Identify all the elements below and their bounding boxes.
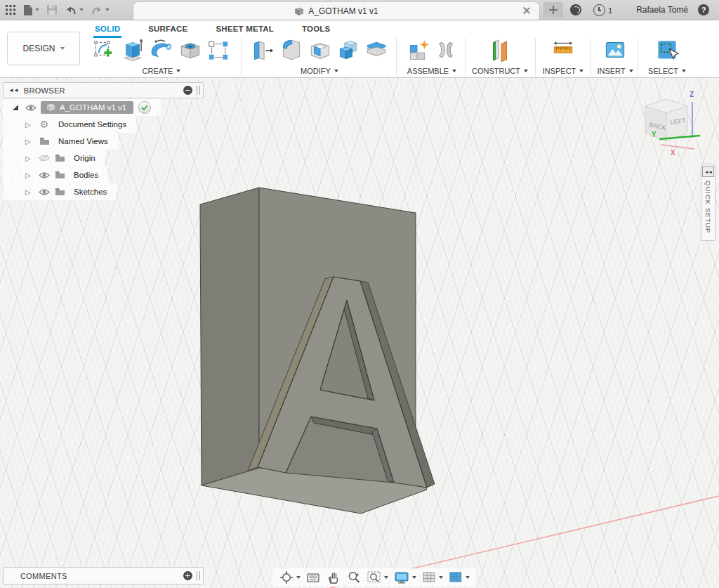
expand-closed-icon[interactable] [25, 155, 32, 162]
shell-icon[interactable] [307, 37, 334, 65]
select-icon[interactable] [654, 37, 680, 65]
modify-caret-icon [334, 70, 338, 72]
split-body-icon[interactable] [363, 37, 390, 65]
insert-canvas-icon[interactable] [602, 37, 628, 65]
grid-display-caret-icon[interactable] [439, 576, 443, 579]
new-component-icon[interactable] [405, 37, 432, 65]
pan-hand-icon [326, 570, 341, 585]
display-settings-button[interactable] [393, 570, 416, 585]
user-name[interactable]: Rafaela Tomé [636, 5, 688, 15]
view-cube[interactable]: BACK LEFT Z Y X [634, 88, 707, 161]
modify-dropdown[interactable]: MODIFY [244, 67, 395, 75]
assemble-dropdown[interactable]: ASSEMBLE [400, 67, 463, 75]
create-sketch-icon[interactable] [91, 37, 118, 65]
create-caret-icon [176, 70, 180, 72]
display-settings-caret-icon[interactable] [412, 576, 416, 579]
inspect-dropdown[interactable]: INSPECT [539, 67, 587, 75]
comments-bar[interactable]: COMMENTS [3, 567, 204, 584]
tree-row-origin[interactable]: Origin [3, 150, 105, 166]
help-icon[interactable] [698, 4, 709, 15]
fillet-icon[interactable] [277, 37, 305, 65]
create-dropdown[interactable]: CREATE [84, 67, 239, 75]
model-body-a-gotham[interactable] [200, 188, 435, 514]
visibility-eye-icon[interactable] [24, 104, 38, 112]
expand-closed-icon[interactable] [25, 171, 32, 179]
combine-icon[interactable] [335, 37, 362, 65]
app-grid-icon[interactable] [6, 5, 15, 15]
browser-tree: A_GOTHAM v1 v1 Document Settings Named V… [3, 99, 161, 200]
model-left-face[interactable] [200, 188, 259, 485]
workspace-caret-icon [60, 47, 65, 50]
zoom-window-button[interactable] [367, 570, 388, 585]
pattern-icon[interactable] [205, 37, 232, 65]
toolbar-separator [535, 38, 536, 79]
zoom-icon [346, 570, 362, 585]
measure-icon[interactable] [550, 37, 576, 65]
group-inspect: INSPECT [539, 35, 587, 75]
browser-panel-header[interactable]: BROWSER [3, 82, 204, 98]
hole-icon[interactable] [177, 37, 204, 65]
quick-setup-tab[interactable]: QUICK SETUP [701, 164, 715, 241]
expand-open-icon[interactable] [13, 105, 18, 110]
undo-caret-icon[interactable] [79, 8, 84, 11]
tree-row-bodies[interactable]: Bodies [3, 166, 108, 183]
tree-row-named-views[interactable]: Named Views [3, 133, 118, 150]
browser-minimize-icon[interactable] [183, 86, 192, 95]
tree-row-document-settings[interactable]: Document Settings [3, 116, 136, 133]
document-tab[interactable]: A_GOTHAM v1 v1 [133, 2, 539, 20]
construct-dropdown[interactable]: CONSTRUCT [469, 67, 531, 75]
y-axis-label: Y [652, 131, 657, 138]
gear-icon [40, 119, 49, 129]
toolbar-separator [396, 38, 397, 79]
redo-caret-icon[interactable] [105, 8, 110, 11]
grid-display-button[interactable] [421, 570, 443, 585]
pan-button[interactable] [326, 570, 341, 585]
insert-dropdown[interactable]: INSERT [594, 67, 636, 75]
workspace-label: DESIGN [22, 44, 55, 53]
viewport-canvas[interactable]: BACK LEFT Z Y X BROWSER A_GOTHAM v1 v1 [0, 77, 719, 588]
undo-button[interactable] [65, 5, 84, 15]
tree-row-sketches[interactable]: Sketches [3, 183, 117, 200]
expand-closed-icon[interactable] [25, 138, 32, 145]
orbit-button[interactable] [279, 570, 301, 585]
file-menu-button[interactable] [22, 4, 39, 16]
extensions-icon[interactable] [570, 4, 581, 15]
zoom-button[interactable] [346, 570, 362, 585]
viewports-caret-icon[interactable] [466, 576, 470, 579]
joint-icon[interactable] [433, 37, 459, 65]
tab-close-icon[interactable] [522, 6, 531, 15]
new-tab-button[interactable] [543, 2, 563, 18]
select-dropdown[interactable]: SELECT [642, 67, 692, 75]
job-status-button[interactable]: 1 [593, 4, 612, 16]
add-comment-icon[interactable] [183, 571, 192, 580]
tree-row-root[interactable]: A_GOTHAM v1 v1 [3, 99, 161, 116]
x-axis-tick-line [661, 145, 694, 149]
visibility-eye-icon[interactable] [37, 188, 51, 196]
redo-button[interactable] [91, 5, 110, 15]
browser-collapse-icon[interactable] [8, 87, 18, 93]
zoom-window-caret-icon[interactable] [384, 576, 388, 579]
extrude-icon[interactable] [119, 37, 146, 65]
quick-setup-collapse-icon[interactable] [702, 166, 714, 177]
toolbar-separator [590, 38, 591, 79]
comments-drag-handle-icon[interactable] [197, 571, 200, 580]
document-cube-icon [294, 6, 304, 16]
press-pull-icon[interactable] [249, 37, 276, 65]
expand-closed-icon[interactable] [25, 121, 32, 129]
revolve-icon[interactable] [147, 37, 176, 65]
save-button[interactable] [46, 4, 58, 15]
tree-item-label: Document Settings [58, 120, 126, 129]
construct-plane-icon[interactable] [487, 37, 513, 65]
visibility-eye-icon[interactable] [37, 171, 51, 179]
orbit-caret-icon[interactable] [296, 576, 301, 579]
visibility-off-eye-icon[interactable] [37, 154, 51, 162]
workspace-selector[interactable]: DESIGN [7, 32, 80, 65]
viewports-button[interactable] [448, 570, 470, 585]
tree-item-label: Named Views [58, 137, 108, 145]
ribbon: SOLID SURFACE SHEET METAL TOOLS DESIGN C… [0, 20, 719, 78]
browser-drag-handle-icon[interactable] [197, 86, 200, 95]
x-axis-label: X [671, 149, 675, 157]
root-node-chip[interactable]: A_GOTHAM v1 v1 [41, 101, 133, 114]
look-at-button[interactable] [305, 570, 321, 585]
expand-closed-icon[interactable] [25, 188, 32, 196]
